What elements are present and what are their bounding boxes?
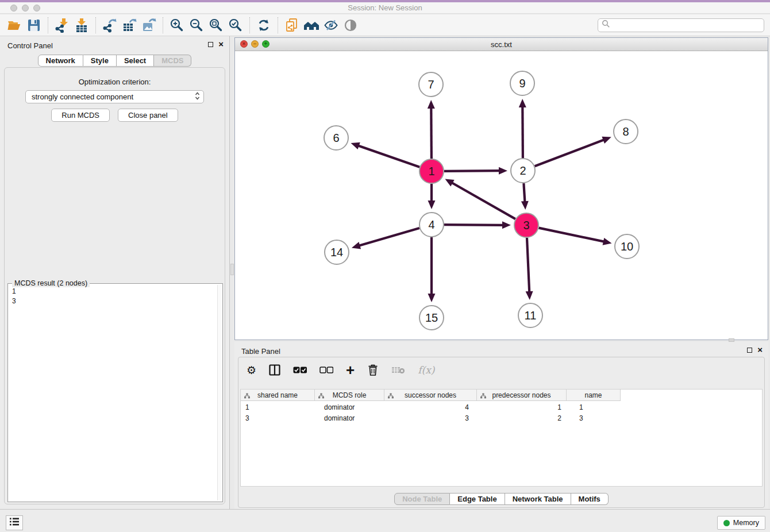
export-table-icon[interactable] bbox=[120, 17, 139, 34]
edge-2-8[interactable] bbox=[535, 140, 605, 166]
select-all-icon[interactable] bbox=[293, 367, 307, 373]
status-bar: Memory bbox=[0, 509, 770, 532]
edge-4-14[interactable] bbox=[358, 228, 419, 246]
delete-column-icon[interactable] bbox=[367, 364, 379, 376]
network-window-title: scc.txt bbox=[235, 40, 768, 49]
search-icon bbox=[602, 20, 610, 30]
node-label: 7 bbox=[428, 78, 434, 91]
open-session-icon[interactable] bbox=[5, 17, 24, 34]
mcds-panel-body: Optimization criterion: strongly connect… bbox=[4, 67, 225, 504]
show-columns-icon[interactable] bbox=[269, 364, 280, 376]
table-settings-icon[interactable]: ⚙ bbox=[247, 364, 256, 377]
memory-button[interactable]: Memory bbox=[717, 516, 765, 530]
table-row[interactable]: 3dominator323 bbox=[241, 414, 762, 423]
close-panel-button[interactable]: × bbox=[218, 41, 224, 48]
edge-arrowhead-icon bbox=[351, 142, 360, 149]
table-panel-title: Table Panel bbox=[241, 347, 280, 356]
edge-1-7[interactable] bbox=[431, 107, 432, 159]
delete-table-icon bbox=[391, 366, 405, 374]
toolbar-separator bbox=[163, 17, 163, 33]
function-builder-icon: f(x) bbox=[418, 364, 434, 376]
edge-arrowhead-icon bbox=[428, 294, 436, 302]
edge-3-11[interactable] bbox=[527, 238, 529, 293]
search-input[interactable] bbox=[598, 18, 764, 32]
network-window-titlebar[interactable]: × − + scc.txt bbox=[235, 38, 768, 51]
show-all-icon[interactable] bbox=[341, 17, 360, 34]
selected-option: strongly connected component bbox=[32, 92, 133, 101]
column-header-name[interactable]: name bbox=[567, 390, 621, 401]
float-panel-button[interactable] bbox=[208, 42, 213, 47]
table-panel: Table Panel × ⚙ bbox=[234, 342, 768, 509]
tab-edge-table[interactable]: Edge Table bbox=[450, 493, 505, 505]
close-panel-button-secondary[interactable]: Close panel bbox=[118, 109, 178, 122]
import-network-icon[interactable] bbox=[52, 17, 72, 34]
column-label: successor nodes bbox=[405, 391, 456, 399]
edge-2-3[interactable] bbox=[523, 183, 525, 203]
column-header-shared-name[interactable]: shared name bbox=[241, 390, 315, 401]
node-label: 9 bbox=[519, 77, 525, 90]
node-label: 4 bbox=[428, 218, 434, 231]
home-icon[interactable] bbox=[302, 17, 321, 34]
table-toolbar: ⚙ + f bbox=[238, 357, 764, 383]
tab-network-table[interactable]: Network Table bbox=[505, 493, 571, 505]
column-header-MCDS-role[interactable]: MCDS role bbox=[315, 390, 384, 401]
edge-4-3[interactable] bbox=[444, 225, 504, 225]
tab-motifs[interactable]: Motifs bbox=[571, 493, 609, 505]
app-title: Session: New Session bbox=[0, 3, 770, 12]
edge-2-9[interactable] bbox=[522, 106, 523, 158]
close-table-panel-button[interactable]: × bbox=[757, 346, 763, 353]
run-mcds-button[interactable]: Run MCDS bbox=[51, 109, 110, 122]
node-label: 15 bbox=[425, 311, 438, 324]
mcds-result-text[interactable]: 1 3 bbox=[9, 286, 217, 500]
network-canvas[interactable]: 7968124314101511 bbox=[235, 51, 768, 340]
edge-arrowhead-icon bbox=[352, 242, 361, 249]
import-table-icon[interactable] bbox=[72, 17, 91, 34]
cell: 3 bbox=[241, 414, 315, 422]
memory-label: Memory bbox=[733, 519, 759, 527]
edge-1-2[interactable] bbox=[444, 171, 500, 171]
cell: 2 bbox=[477, 414, 567, 422]
control-panel-header: Control Panel × bbox=[0, 36, 229, 55]
export-image-icon[interactable] bbox=[139, 17, 159, 34]
dropdown-stepper-icon bbox=[195, 91, 200, 102]
cell: dominator bbox=[315, 414, 384, 422]
edge-1-6[interactable] bbox=[357, 145, 419, 167]
table-panel-header: Table Panel × bbox=[234, 342, 768, 357]
sort-hierarchy-icon bbox=[388, 392, 394, 400]
toolbar-separator bbox=[249, 17, 250, 33]
edge-arrowhead-icon bbox=[519, 99, 526, 107]
float-table-panel-button[interactable] bbox=[747, 348, 752, 353]
zoom-out-icon[interactable] bbox=[187, 17, 206, 34]
save-session-icon[interactable] bbox=[24, 17, 44, 34]
edge-arrowhead-icon bbox=[521, 201, 529, 210]
table-row[interactable]: 1dominator411 bbox=[241, 403, 762, 412]
zoom-in-icon[interactable] bbox=[167, 17, 187, 34]
panel-splitter-handle[interactable] bbox=[230, 264, 234, 275]
hide-selected-icon[interactable] bbox=[321, 17, 341, 34]
cell: 1 bbox=[241, 403, 315, 411]
tab-network[interactable]: Network bbox=[38, 55, 83, 67]
deselect-all-icon[interactable] bbox=[319, 367, 333, 373]
edge-3-10[interactable] bbox=[539, 228, 605, 242]
zoom-fit-icon[interactable] bbox=[206, 17, 226, 34]
tab-style[interactable]: Style bbox=[83, 55, 117, 67]
result-scrollbar[interactable] bbox=[217, 285, 221, 500]
sort-hierarchy-icon bbox=[318, 392, 324, 400]
column-header-predecessor-nodes[interactable]: predecessor nodes bbox=[477, 390, 567, 401]
add-column-icon[interactable]: + bbox=[346, 364, 355, 376]
tab-mcds[interactable]: MCDS bbox=[154, 55, 191, 67]
zoom-selected-icon[interactable] bbox=[226, 17, 245, 34]
node-table-body: 1dominator4113dominator323 bbox=[241, 403, 762, 423]
task-list-icon bbox=[9, 517, 20, 529]
clone-network-icon[interactable] bbox=[282, 17, 302, 34]
refresh-icon[interactable] bbox=[254, 17, 274, 34]
column-label: predecessor nodes bbox=[492, 391, 550, 399]
column-header-successor-nodes[interactable]: successor nodes bbox=[384, 390, 477, 401]
control-panel-title: Control Panel bbox=[7, 41, 53, 50]
task-history-button[interactable] bbox=[6, 515, 23, 530]
optimization-criterion-select[interactable]: strongly connected component bbox=[25, 90, 204, 103]
tab-node-table[interactable]: Node Table bbox=[394, 493, 450, 505]
export-network-icon[interactable] bbox=[100, 17, 120, 34]
tab-select[interactable]: Select bbox=[117, 55, 154, 67]
edge-3-1[interactable] bbox=[451, 182, 515, 219]
